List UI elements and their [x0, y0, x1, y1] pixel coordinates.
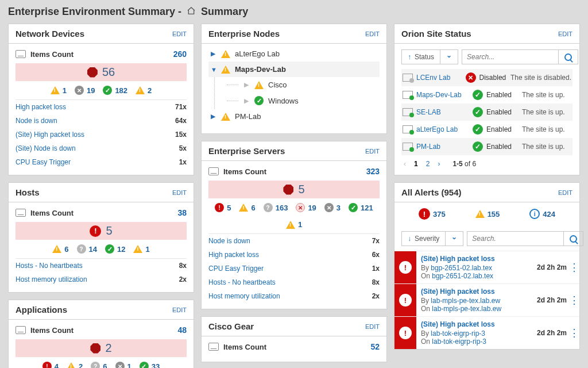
status-stat[interactable]: 155 [475, 208, 500, 220]
hero-status[interactable]: 5 [16, 222, 187, 240]
items-count-value[interactable]: 48 [177, 325, 187, 335]
tree-node[interactable]: ▶Cisco [225, 77, 380, 93]
alert-title[interactable]: (Site) High packet loss [421, 320, 530, 328]
alert-more-button[interactable]: ⋮ [569, 317, 579, 349]
status-stat[interactable]: 6 [91, 362, 107, 368]
site-row[interactable]: aLterEgo LabEnabledThe site is up. [401, 121, 572, 138]
event-row[interactable]: (Site) Node is down5x [16, 141, 187, 155]
event-link[interactable]: Node is down [16, 117, 57, 125]
alert-on-link[interactable]: bgp-2651-02.lab.tex [432, 272, 493, 280]
alert-title[interactable]: (Site) High packet loss [421, 255, 530, 263]
event-row[interactable]: Hosts - No heartbeats8x [208, 275, 380, 289]
event-row[interactable]: Hosts - No heartbeats8x [16, 259, 187, 273]
status-stat[interactable]: 375 [419, 208, 446, 220]
event-row[interactable]: Host memory utilization2x [16, 273, 187, 286]
site-row[interactable]: Maps-Dev-LabEnabledThe site is up. [401, 86, 572, 103]
search-button[interactable] [563, 232, 583, 246]
status-stat[interactable]: 5 [215, 203, 231, 212]
status-stat[interactable]: 19 [75, 86, 95, 95]
event-link[interactable]: Hosts - No heartbeats [208, 278, 276, 286]
expand-icon[interactable]: ▶ [211, 113, 216, 120]
site-name[interactable]: Maps-Dev-Lab [416, 91, 469, 99]
status-stat[interactable]: 182 [103, 86, 127, 95]
event-row[interactable]: High packet loss71x [16, 100, 187, 114]
site-row[interactable]: LCEnv LabDisabledThe site is disabled. [401, 69, 572, 86]
items-count-value[interactable]: 38 [177, 208, 187, 217]
edit-button[interactable]: EDIT [172, 306, 187, 313]
event-link[interactable]: Hosts - No heartbeats [16, 262, 83, 270]
site-name[interactable]: aLterEgo Lab [416, 125, 469, 133]
event-row[interactable]: Node is down7x [208, 234, 380, 248]
hero-status[interactable]: 2 [16, 339, 187, 357]
alert-by-link[interactable]: lab-mpls-pe-tex.lab.ew [431, 297, 500, 305]
status-stat[interactable]: 2 [136, 86, 152, 95]
status-stat[interactable]: 12 [105, 244, 125, 254]
tree-node[interactable]: ▼Maps-Dev-Lab [208, 62, 380, 77]
items-count-value[interactable]: 52 [370, 342, 380, 351]
alert-row[interactable]: (Site) High packet lossBy lab-mpls-pe-te… [394, 283, 579, 316]
alert-row[interactable]: (Site) High packet lossBy lab-tok-eigrp-… [394, 316, 579, 349]
edit-button[interactable]: EDIT [365, 30, 380, 37]
expand-icon[interactable]: ▶ [211, 50, 216, 57]
tree-node[interactable]: ▶PM-Lab [208, 109, 380, 124]
status-stat[interactable]: 3 [324, 203, 341, 212]
event-link[interactable]: (Site) High packet loss [16, 131, 84, 139]
edit-button[interactable]: EDIT [172, 189, 187, 196]
status-stat[interactable]: 19 [296, 203, 316, 212]
site-row[interactable]: SE-LABEnabledThe site is up. [401, 103, 572, 121]
alert-more-button[interactable]: ⋮ [569, 251, 579, 283]
event-row[interactable]: (Site) High packet loss15x [16, 128, 187, 141]
status-stat[interactable]: 2 [67, 362, 83, 368]
edit-button[interactable]: EDIT [365, 323, 380, 330]
event-link[interactable]: (Site) Node is down [16, 144, 76, 152]
site-name[interactable]: LCEnv Lab [416, 74, 462, 82]
search-input[interactable] [462, 50, 558, 64]
site-row[interactable]: PM-LabEnabledThe site is up. [401, 138, 572, 155]
edit-button[interactable]: EDIT [558, 189, 572, 196]
search-button[interactable] [558, 50, 578, 64]
alert-by-link[interactable]: lab-tok-eigrp-rip-3 [431, 329, 485, 338]
site-name[interactable]: PM-Lab [416, 143, 469, 151]
expand-icon[interactable]: ▶ [244, 81, 250, 89]
status-stat[interactable]: 14 [77, 244, 97, 254]
status-stat[interactable]: 33 [140, 362, 160, 368]
status-stat[interactable]: 6 [52, 244, 68, 254]
items-count-value[interactable]: 260 [173, 49, 187, 59]
event-link[interactable]: High packet loss [208, 251, 259, 259]
pager-next[interactable]: › [438, 160, 440, 168]
event-link[interactable]: CPU Easy Trigger [208, 264, 264, 273]
alert-row[interactable]: (Site) High packet lossBy bgp-2651-02.la… [394, 251, 579, 283]
status-stat[interactable]: 163 [264, 203, 288, 212]
event-link[interactable]: Host memory utilization [208, 292, 280, 300]
search-input[interactable] [467, 232, 563, 246]
tree-node[interactable]: ▶Windows [225, 93, 380, 109]
collapse-icon[interactable]: ▼ [211, 66, 216, 73]
event-row[interactable]: CPU Easy Trigger1x [16, 155, 187, 169]
tree-node[interactable]: ▶aLterEgo Lab [208, 46, 380, 62]
event-link[interactable]: CPU Easy Trigger [16, 158, 71, 166]
items-count-value[interactable]: 323 [366, 167, 380, 176]
status-stat[interactable]: 1 [133, 244, 149, 254]
event-row[interactable]: High packet loss6x [208, 248, 380, 262]
status-stat[interactable]: 121 [349, 203, 373, 212]
status-stat[interactable]: 6 [239, 203, 255, 212]
alert-more-button[interactable]: ⋮ [569, 284, 579, 316]
edit-button[interactable]: EDIT [365, 148, 380, 155]
edit-button[interactable]: EDIT [558, 30, 572, 37]
expand-icon[interactable]: ▶ [244, 97, 250, 105]
status-stat[interactable]: 1 [115, 362, 131, 368]
status-stat[interactable]: 424 [529, 208, 555, 220]
event-link[interactable]: Node is down [208, 237, 250, 245]
pager-page[interactable]: 1 [414, 160, 418, 168]
event-link[interactable]: Host memory utilization [16, 275, 87, 283]
alert-on-link[interactable]: lab-mpls-pe-tex.lab.ew [432, 305, 501, 313]
event-row[interactable]: CPU Easy Trigger1x [208, 262, 380, 275]
hero-status[interactable]: 5 [208, 181, 380, 198]
status-stat[interactable]: 1 [286, 220, 302, 229]
status-stat[interactable]: 1 [51, 86, 67, 95]
event-link[interactable]: High packet loss [16, 103, 66, 111]
alert-by-link[interactable]: bgp-2651-02.lab.tex [431, 264, 492, 272]
event-row[interactable]: Host memory utilization2x [208, 289, 380, 303]
sort-control[interactable]: Severity [401, 231, 463, 246]
event-row[interactable]: Node is down64x [16, 114, 187, 128]
